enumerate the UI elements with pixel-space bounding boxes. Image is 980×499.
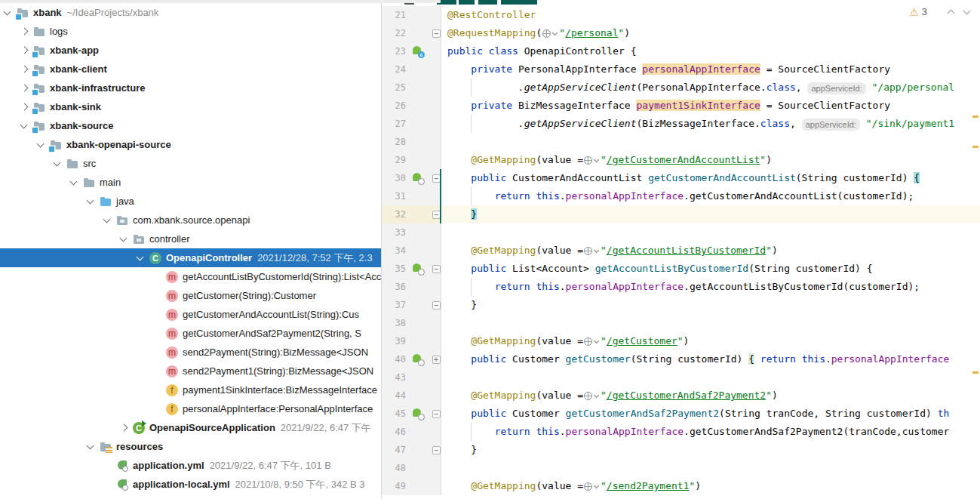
line-number[interactable]: 37 xyxy=(386,296,406,314)
line-number[interactable]: 32 xyxy=(386,205,406,223)
code-token[interactable]: (value = xyxy=(536,390,583,401)
url-inlay-globe-icon[interactable] xyxy=(584,392,600,400)
code-token[interactable]: (String tranCode, String customerId) xyxy=(719,408,938,419)
code-token[interactable]: this xyxy=(536,281,559,292)
code-token[interactable]: (value = xyxy=(536,480,583,491)
code-text[interactable]: public Customer getCustomerAndSaf2Paymen… xyxy=(441,405,980,423)
code-token[interactable]: this xyxy=(536,190,559,202)
fold-icon[interactable]: − xyxy=(432,446,441,454)
tree-row-application-yml[interactable]: application.yml2021/9/22, 6:47 下午, 101 B xyxy=(0,456,381,475)
line-number[interactable]: 27 xyxy=(386,115,406,133)
code-token[interactable]: @GetMapping xyxy=(471,480,536,491)
code-line-37[interactable]: 37− } xyxy=(382,296,980,314)
code-line-24[interactable]: 24 private PersonalAppInterface personal… xyxy=(382,60,980,79)
code-token[interactable]: .getAppServiceClient xyxy=(518,82,637,93)
code-token[interactable]: . xyxy=(560,281,566,292)
parameter-hint[interactable]: appServiceId: xyxy=(802,119,860,131)
code-token[interactable]: @GetMapping xyxy=(471,390,536,401)
tree-chevron-right-icon[interactable] xyxy=(18,45,30,57)
code-token[interactable]: this xyxy=(536,426,559,437)
code-token[interactable]: , xyxy=(790,118,802,129)
code-line-22[interactable]: 22−@RequestMapping("/personal") xyxy=(382,24,980,42)
code-text[interactable]: @GetMapping(value ="/getCustomerAndSaf2P… xyxy=(441,387,980,405)
tree-chevron-right-icon[interactable] xyxy=(18,101,30,113)
spring-bean-icon[interactable]: c xyxy=(412,45,424,57)
code-token[interactable]: getCustomer xyxy=(566,353,631,365)
code-token[interactable]: Customer xyxy=(512,408,565,419)
code-line-43[interactable]: 43 xyxy=(382,368,980,387)
code-token[interactable]: " xyxy=(601,390,607,401)
code-text[interactable]: } xyxy=(441,296,980,314)
tree-row-field-payment1SinkInterface[interactable]: fpayment1SinkInterface:BizMessageInterfa… xyxy=(0,380,381,399)
code-token[interactable]: (value = xyxy=(536,245,583,256)
line-number[interactable]: 26 xyxy=(386,97,406,115)
code-token[interactable]: return xyxy=(495,426,536,437)
fold-icon[interactable]: − xyxy=(432,265,441,273)
code-token[interactable]: @RequestMapping xyxy=(447,27,536,39)
code-token[interactable]: ) xyxy=(766,154,772,165)
code-token[interactable]: personalAppInterface xyxy=(831,353,950,365)
line-number[interactable]: 44 xyxy=(386,387,406,405)
code-token[interactable]: "/app/personal xyxy=(872,82,955,93)
line-number[interactable]: 33 xyxy=(386,223,406,242)
code-token[interactable]: (PersonalAppInterface. xyxy=(636,82,766,93)
tree-row-application-local-yml[interactable]: application-local.yml2021/10/8, 9:50 下午,… xyxy=(0,475,381,494)
code-token[interactable]: . xyxy=(560,426,566,437)
code-token[interactable]: .getCustomerAndSaf2Payment2(tranCode,cus… xyxy=(684,426,949,437)
code-token[interactable]: personalAppInterface xyxy=(566,426,684,437)
code-text[interactable]: public CustomerAndAccountList getCustome… xyxy=(441,169,980,187)
fold-icon[interactable]: − xyxy=(432,29,441,38)
code-token[interactable]: " xyxy=(601,154,607,165)
code-line-45[interactable]: 45− public Customer getCustomerAndSaf2Pa… xyxy=(382,405,980,423)
tree-row-xbank-infrastructure[interactable]: xbank-infrastructure xyxy=(0,79,381,97)
tree-chevron-down-icon[interactable] xyxy=(68,177,80,189)
code-text[interactable] xyxy=(441,223,980,242)
code-token[interactable]: ) xyxy=(624,27,630,39)
fold-icon[interactable]: − xyxy=(432,301,441,310)
code-token[interactable]: BizMessageInterface xyxy=(518,100,637,111)
code-line-39[interactable]: 39 @GetMapping(value ="/getCustomer") xyxy=(382,332,980,350)
url-inlay-globe-icon[interactable] xyxy=(542,29,558,38)
tree-chevron-right-icon[interactable] xyxy=(18,26,30,38)
tree-row-src[interactable]: src xyxy=(0,154,381,173)
code-token[interactable]: CustomerAndAccountList xyxy=(512,172,648,183)
tree-row-resources[interactable]: resources xyxy=(0,437,381,456)
code-token[interactable]: public xyxy=(471,263,512,274)
code-token[interactable]: personalAppInterface xyxy=(566,281,684,292)
code-token[interactable]: /personal xyxy=(565,27,618,39)
tree-row-xbank-client[interactable]: xbank-client xyxy=(0,60,381,79)
code-token[interactable]: return xyxy=(495,190,536,202)
code-token[interactable]: ) xyxy=(684,335,690,347)
code-line-47[interactable]: 47− } xyxy=(382,441,980,459)
code-token[interactable]: ( xyxy=(536,27,542,39)
line-number[interactable]: 36 xyxy=(386,278,406,296)
line-number[interactable]: 43 xyxy=(386,368,406,387)
line-number[interactable]: 47 xyxy=(386,441,406,459)
tree-chevron-down-icon[interactable] xyxy=(134,252,146,264)
code-line-48[interactable]: 48 xyxy=(382,459,980,477)
code-token[interactable] xyxy=(447,154,471,165)
code-token[interactable] xyxy=(447,172,471,183)
tree-row-method-getCustomer[interactable]: mgetCustomer(String):Customer xyxy=(0,286,381,305)
url-inlay-globe-icon[interactable] xyxy=(584,337,600,346)
code-token[interactable]: payment1SinkInterface xyxy=(636,100,760,111)
code-token[interactable]: " xyxy=(766,245,772,256)
tree-chevron-right-icon[interactable] xyxy=(18,82,30,94)
line-number[interactable]: 49 xyxy=(386,477,406,495)
code-line-38[interactable]: 38 xyxy=(382,314,980,332)
tree-row-method-send2Payment1[interactable]: msend2Payment1(String):BizMessage<JSON xyxy=(0,362,381,380)
code-line-28[interactable]: 28 xyxy=(382,133,980,151)
code-token[interactable] xyxy=(447,353,471,365)
code-token[interactable]: " xyxy=(760,154,766,165)
code-text[interactable]: public Customer getCustomer(String custo… xyxy=(441,350,980,368)
url-inlay-globe-icon[interactable] xyxy=(584,247,600,255)
tree-row-controller[interactable]: controller xyxy=(0,229,381,248)
tree-row-field-personalAppInterface[interactable]: fpersonalAppInterface:PersonalAppInterfa… xyxy=(0,399,381,418)
code-token[interactable] xyxy=(447,335,471,347)
code-token[interactable] xyxy=(447,63,471,75)
code-token[interactable]: . xyxy=(560,190,566,202)
tree-chevron-down-icon[interactable] xyxy=(101,214,113,226)
code-token[interactable] xyxy=(447,208,471,220)
scrollbar-warning-mark[interactable] xyxy=(972,116,978,118)
code-text[interactable]: @GetMapping(value ="/getCustomerAndAccou… xyxy=(441,151,980,169)
